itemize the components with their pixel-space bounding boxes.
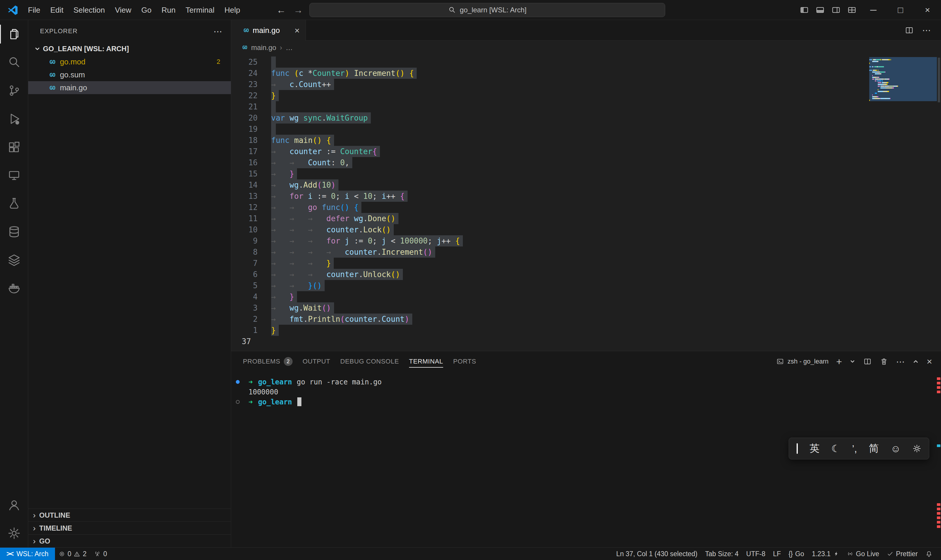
tab-main-go[interactable]: GO main.go × — [231, 20, 306, 41]
menu-selection[interactable]: Selection — [69, 2, 110, 18]
terminal-scrollbar-decorations[interactable] — [937, 351, 940, 547]
testing-icon[interactable] — [0, 189, 28, 218]
workspace-root-folder[interactable]: GO_LEARN [WSL: ARCH] — [28, 42, 231, 55]
ime-punctuation-toggle[interactable]: ’, — [852, 443, 857, 454]
ime-emoji-icon[interactable]: ☺ — [890, 443, 901, 454]
minimap[interactable] — [869, 57, 937, 103]
encoding-status[interactable]: UTF-8 — [743, 550, 769, 558]
maximize-button[interactable]: □ — [887, 0, 914, 20]
code-editor[interactable]: 2524func (c *Counter) Increment() {23→c.… — [231, 55, 941, 351]
menu-go[interactable]: Go — [137, 2, 157, 18]
line-content: →→→→counter.Increment() — [271, 246, 867, 258]
editor-actions: ⋯ — [904, 20, 941, 40]
panel-tab-terminal[interactable]: TERMINAL — [409, 351, 443, 372]
nav-back-icon[interactable]: ← — [277, 0, 286, 20]
section-outline[interactable]: ›OUTLINE — [28, 509, 231, 522]
ime-charset-toggle[interactable]: 简 — [869, 442, 879, 455]
ports-status[interactable]: 0 — [90, 548, 111, 560]
cursor-position[interactable]: Ln 37, Col 1 (430 selected) — [612, 550, 701, 558]
section-go[interactable]: ›GO — [28, 534, 231, 547]
extensions-icon[interactable] — [0, 133, 28, 161]
close-panel-icon[interactable]: × — [927, 356, 932, 367]
layers-icon[interactable] — [0, 246, 28, 274]
breadcrumb-file[interactable]: main.go — [251, 43, 276, 52]
tab-whitespace-icon: → — [271, 258, 290, 269]
minimize-button[interactable]: ─ — [860, 0, 887, 20]
notifications-status[interactable] — [922, 550, 936, 557]
line-content: func (c *Counter) Increment() { — [271, 68, 867, 79]
close-window-button[interactable]: × — [914, 0, 941, 20]
maximize-panel-icon[interactable] — [912, 358, 919, 365]
breadcrumb-symbol[interactable]: … — [286, 43, 292, 52]
indentation-status[interactable]: Tab Size: 4 — [701, 550, 743, 558]
files-icon[interactable] — [0, 20, 28, 48]
panel-tab-debug-console[interactable]: DEBUG CONSOLE — [340, 351, 399, 372]
menu-run[interactable]: Run — [157, 2, 181, 18]
minimap-indent — [869, 80, 875, 82]
run-debug-icon[interactable] — [0, 105, 28, 133]
language-mode[interactable]: {} Go — [785, 550, 808, 558]
source-control-icon[interactable] — [0, 77, 28, 105]
toggle-panel-icon[interactable] — [812, 0, 828, 20]
panel-more-actions-icon[interactable]: ⋯ — [896, 357, 905, 367]
command-success-decoration[interactable] — [236, 380, 240, 384]
search-icon[interactable] — [0, 48, 28, 77]
panel-tab-problems[interactable]: PROBLEMS2 — [243, 351, 292, 372]
section-timeline[interactable]: ›TIMELINE — [28, 522, 231, 534]
remote-indicator[interactable]: >< WSL: Arch — [0, 548, 55, 560]
go-live-status[interactable]: Go Live — [843, 550, 883, 558]
account-icon[interactable] — [0, 491, 28, 519]
command-pending-decoration[interactable] — [236, 400, 240, 404]
ime-toolbar[interactable]: 英 ☾ ’, 简 ☺ — [789, 438, 929, 459]
minimap-segment — [878, 66, 884, 67]
panel-tab-output[interactable]: OUTPUT — [303, 351, 330, 372]
customize-layout-icon[interactable] — [844, 0, 860, 20]
docker-icon[interactable] — [0, 274, 28, 302]
code-token: defer — [326, 214, 349, 223]
eol-status[interactable]: LF — [769, 550, 785, 558]
toggle-sidebar-icon[interactable] — [796, 0, 812, 20]
code-token: ) — [404, 315, 409, 323]
code-token: () — [391, 270, 400, 279]
go-version-status[interactable]: 1.23.1 — [808, 550, 843, 558]
ime-fullwidth-icon[interactable]: ☾ — [831, 443, 840, 454]
file-main.go[interactable]: GOmain.go — [28, 81, 231, 94]
settings-icon[interactable] — [0, 519, 28, 547]
terminal-dropdown-icon[interactable] — [850, 358, 855, 365]
file-go.sum[interactable]: GOgo.sum — [28, 68, 231, 81]
ime-language-toggle[interactable]: 英 — [810, 442, 820, 455]
prettier-label: Prettier — [896, 550, 918, 558]
breadcrumb[interactable]: GO main.go › … — [231, 41, 941, 55]
terminal-viewport[interactable]: ➜go_learngo run -race main.go1000000➜go_… — [231, 372, 941, 547]
line-number: 20 — [231, 112, 271, 123]
code-token: ( — [317, 181, 322, 189]
panel-tab-ports[interactable]: PORTS — [453, 351, 476, 372]
close-tab-icon[interactable]: × — [294, 26, 300, 35]
minimap-segment — [882, 59, 888, 60]
menu-help[interactable]: Help — [219, 2, 245, 18]
line-content — [271, 57, 867, 68]
terminal-session[interactable]: zsh - go_learn — [776, 358, 828, 365]
menu-view[interactable]: View — [110, 2, 137, 18]
split-terminal-icon[interactable] — [863, 357, 872, 366]
kill-terminal-icon[interactable] — [879, 357, 888, 366]
nav-forward-icon[interactable]: → — [294, 0, 303, 20]
split-editor-icon[interactable] — [904, 26, 914, 35]
line-number: 24 — [231, 68, 271, 79]
explorer-more-actions-icon[interactable]: ⋯ — [214, 26, 223, 37]
ime-settings-icon[interactable] — [912, 444, 921, 453]
file-go.mod[interactable]: GOgo.mod2 — [28, 55, 231, 68]
prettier-status[interactable]: Prettier — [883, 550, 922, 558]
command-center[interactable]: go_learn [WSL: Arch] — [309, 3, 665, 17]
remote-explorer-icon[interactable] — [0, 161, 28, 189]
menu-terminal[interactable]: Terminal — [181, 2, 219, 18]
problems-status[interactable]: 0 2 — [55, 548, 91, 560]
toggle-secondary-sidebar-icon[interactable] — [828, 0, 844, 20]
database-icon[interactable] — [0, 218, 28, 246]
minimap-indent — [869, 94, 872, 95]
editor-more-actions-icon[interactable]: ⋯ — [922, 25, 931, 35]
new-terminal-icon[interactable]: + — [836, 357, 842, 366]
menu-edit[interactable]: Edit — [45, 2, 69, 18]
code-token: c — [290, 80, 294, 89]
menu-file[interactable]: File — [23, 2, 45, 18]
